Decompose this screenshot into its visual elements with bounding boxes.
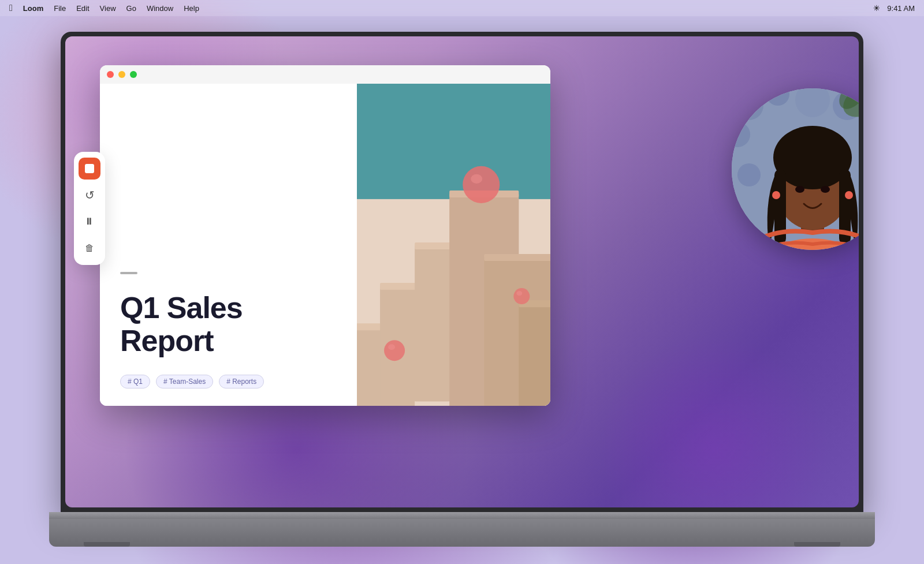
delete-icon: 🗑 (85, 243, 94, 253)
svg-point-18 (513, 288, 530, 304)
svg-point-41 (772, 191, 780, 199)
svg-point-42 (845, 191, 853, 199)
maximize-button[interactable] (130, 71, 137, 78)
svg-rect-12 (519, 303, 550, 406)
help-menu[interactable]: Help (184, 4, 199, 13)
view-menu[interactable]: View (100, 4, 116, 13)
svg-point-14 (463, 166, 500, 203)
slide-panel: Q1 Sales Report # Q1 # Team-Sales # Repo… (100, 84, 357, 406)
svg-point-19 (516, 291, 522, 296)
person-avatar (732, 88, 859, 250)
slide-title-line1: Q1 Sales (120, 291, 243, 324)
window-menu[interactable]: Window (147, 4, 173, 13)
camera-feed (732, 88, 859, 250)
recording-controls: ↺ ⏸ 🗑 (74, 152, 105, 265)
svg-point-21 (735, 91, 763, 120)
image-panel (357, 84, 550, 406)
laptop-base (49, 512, 875, 547)
scene-container (357, 84, 550, 406)
tag-team-sales[interactable]: # Team-Sales (156, 375, 213, 389)
window-titlebar (100, 65, 550, 84)
undo-icon: ↺ (85, 188, 95, 202)
system-icon: ✳ (873, 3, 880, 13)
svg-point-28 (737, 163, 761, 186)
stairs-illustration (357, 84, 550, 406)
slide-title-line2: Report (120, 324, 214, 357)
menubar-left:  Loom File Edit View Go Window Help (9, 3, 199, 13)
svg-point-40 (821, 186, 830, 193)
laptop-screen: ↺ ⏸ 🗑 (61, 32, 863, 512)
pause-icon: ⏸ (84, 216, 95, 227)
stop-icon (85, 164, 94, 173)
clock: 9:41 AM (887, 4, 915, 13)
minimize-button[interactable] (118, 71, 125, 78)
close-button[interactable] (107, 71, 114, 78)
tag-q1[interactable]: # Q1 (120, 375, 150, 389)
menubar-right: ✳ 9:41 AM (873, 3, 915, 13)
menubar:  Loom File Edit View Go Window Help ✳ 9… (0, 0, 924, 16)
go-menu[interactable]: Go (126, 4, 136, 13)
laptop-display: ↺ ⏸ 🗑 (65, 36, 859, 507)
apple-logo-icon[interactable]:  (9, 3, 13, 13)
laptop-hinge (49, 512, 875, 519)
tag-reports[interactable]: # Reports (219, 375, 264, 389)
laptop-body: ↺ ⏸ 🗑 (61, 32, 863, 547)
laptop-foot-right (794, 542, 840, 547)
svg-point-39 (795, 186, 804, 193)
svg-rect-11 (484, 254, 550, 261)
svg-point-17 (388, 344, 395, 350)
svg-point-16 (384, 340, 405, 361)
slide-title: Q1 Sales Report (120, 292, 337, 357)
svg-point-15 (471, 174, 482, 184)
slide-tags: # Q1 # Team-Sales # Reports (120, 375, 337, 389)
delete-button[interactable]: 🗑 (79, 237, 100, 259)
display-blob-3 (599, 334, 830, 507)
file-menu[interactable]: File (54, 4, 66, 13)
app-window: Q1 Sales Report # Q1 # Team-Sales # Repo… (100, 65, 550, 406)
app-name-menu[interactable]: Loom (23, 4, 43, 13)
pause-button[interactable]: ⏸ (79, 211, 100, 233)
undo-button[interactable]: ↺ (79, 184, 100, 206)
edit-menu[interactable]: Edit (76, 4, 89, 13)
laptop-foot-left (84, 542, 130, 547)
slide-divider (120, 272, 137, 274)
stop-record-button[interactable] (79, 158, 100, 180)
window-content: Q1 Sales Report # Q1 # Team-Sales # Repo… (100, 84, 550, 406)
